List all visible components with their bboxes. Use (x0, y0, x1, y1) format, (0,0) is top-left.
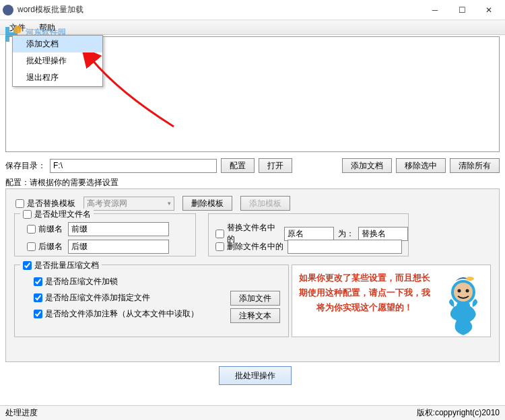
maximize-button[interactable]: ☐ (448, 1, 475, 20)
add-doc-button[interactable]: 添加文档 (342, 158, 392, 173)
check-replace-template[interactable]: 是否替换模板 (15, 198, 75, 209)
repl-name-input[interactable] (358, 227, 408, 241)
template-combo[interactable]: 高考资源网▾ (83, 197, 174, 211)
menu-batch-op[interactable]: 批处理操作 (13, 53, 102, 69)
check-compress-addfile[interactable]: 是否给压缩文件添加指定文件 (34, 292, 150, 304)
batch-process-button[interactable]: 批处理操作 (219, 366, 292, 385)
to-label: 为： (338, 228, 354, 240)
add-file-button[interactable]: 添加文件 (230, 291, 280, 306)
orig-name-input[interactable] (284, 227, 334, 241)
comment-text-button[interactable]: 注释文本 (230, 308, 280, 323)
menu-help[interactable]: 帮助 (32, 20, 62, 34)
replace-group: 替换文件名中的 为： 删除文件名中的 (208, 213, 409, 256)
window-title: word模板批量加载 (18, 4, 422, 15)
add-template-button: 添加模板 (240, 196, 290, 211)
svg-point-0 (13, 26, 22, 34)
minimize-button[interactable]: ─ (422, 1, 448, 20)
prefix-input[interactable] (68, 222, 169, 236)
config-help-label: 配置：请根据你的需要选择设置 (5, 177, 119, 188)
suffix-input[interactable] (68, 240, 169, 254)
menu-add-doc[interactable]: 添加文档 (13, 36, 102, 53)
check-prefix[interactable]: 前缀名 (27, 223, 63, 235)
save-dir-row: 保存目录： 配置 打开 添加文档 移除选中 清除所有 (5, 158, 500, 174)
app-icon (3, 5, 13, 15)
config-group: 是否替换模板 高考资源网▾ 删除模板 添加模板 是否处理文件名 前缀名 后缀名 … (5, 188, 500, 362)
status-left: 处理进度 (5, 407, 38, 419)
titlebar: word模板批量加载 ─ ☐ ✕ (0, 0, 505, 20)
check-compress-comment[interactable]: 是否给文件添加注释（从文本文件中读取） (34, 308, 199, 320)
menubar: 文件 帮助 (0, 20, 505, 35)
chevron-down-icon: ▾ (168, 200, 171, 207)
save-dir-label: 保存目录： (5, 160, 46, 172)
check-process-filename[interactable]: 是否处理文件名 (20, 209, 94, 220)
check-compress-lock[interactable]: 是否给压缩文件加锁 (34, 276, 118, 287)
svg-point-4 (466, 289, 469, 293)
check-batch-compress[interactable]: 是否批量压缩文档 (20, 260, 102, 271)
compress-group: 是否批量压缩文档 是否给压缩文件加锁 是否给压缩文件添加指定文件 是否给文件添加… (14, 265, 289, 337)
save-dir-input[interactable] (50, 159, 217, 173)
open-button[interactable]: 打开 (259, 158, 292, 173)
genie-icon (436, 265, 490, 337)
delete-name-input[interactable] (288, 240, 402, 254)
svg-rect-5 (457, 302, 470, 316)
statusbar: 处理进度 版权:coppyright(c)2010 (0, 405, 505, 420)
clear-all-button[interactable]: 清除所有 (450, 158, 500, 173)
filename-group: 是否处理文件名 前缀名 后缀名 (14, 213, 196, 256)
hint-box[interactable]: 如果你更改了某些设置，而且想长期使用这种配置，请点一下我，我将为你实现这个愿望的… (292, 265, 491, 337)
config-button[interactable]: 配置 (221, 158, 255, 173)
svg-point-3 (458, 289, 461, 293)
check-suffix[interactable]: 后缀名 (27, 241, 63, 252)
hint-text: 如果你更改了某些设置，而且想长期使用这种配置，请点一下我，我将为你实现这个愿望的… (292, 265, 436, 337)
close-button[interactable]: ✕ (475, 1, 502, 20)
status-right: 版权:coppyright(c)2010 (417, 407, 500, 419)
file-menu-dropdown: 添加文档 批处理操作 退出程序 (12, 35, 103, 87)
check-delete-in-filename[interactable]: 删除文件名中的 (215, 241, 283, 252)
remove-selected-button[interactable]: 移除选中 (396, 158, 446, 173)
svg-point-6 (466, 277, 474, 281)
delete-template-button[interactable]: 删除模板 (182, 196, 232, 211)
menu-exit[interactable]: 退出程序 (13, 69, 102, 86)
